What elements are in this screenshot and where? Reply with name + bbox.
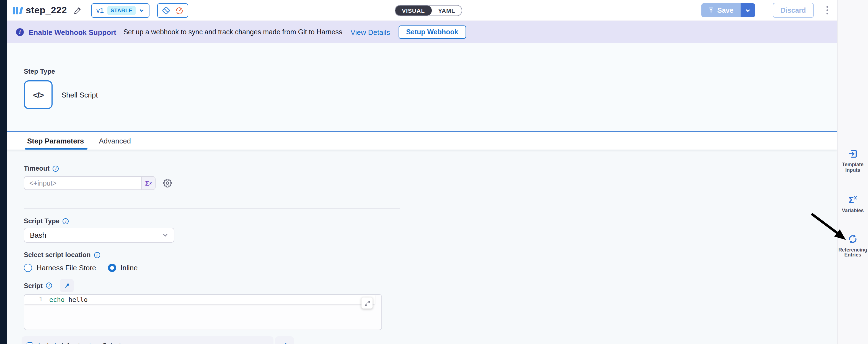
script-type-select[interactable]: Bash (24, 228, 175, 242)
script-type-info-icon[interactable]: i (63, 218, 69, 224)
version-selector[interactable]: v1 STABLE (91, 3, 150, 18)
chevron-down-icon (139, 7, 145, 13)
tab-advanced[interactable]: Advanced (98, 132, 132, 149)
sigma-x-icon: Σx (848, 193, 857, 205)
tab-bar: Step Parameters Advanced (7, 132, 837, 149)
header-bar: step_222 v1 STABLE (7, 0, 837, 21)
script-location-label: Select script location (24, 251, 91, 259)
expression-input-button[interactable]: Σx (141, 177, 155, 190)
save-split-button: Save (702, 3, 755, 17)
entity-status-icons[interactable] (157, 3, 188, 18)
timeout-input[interactable] (24, 176, 156, 190)
save-button[interactable]: Save (702, 3, 740, 17)
save-options-caret[interactable] (740, 3, 755, 17)
step-type-name: Shell Script (61, 91, 98, 99)
discard-button[interactable]: Discard (773, 3, 814, 18)
template-studio-page: step_222 v1 STABLE (0, 0, 868, 344)
include-infra-row[interactable]: Include Infrastructure Selectors (22, 336, 274, 344)
shell-script-icon: </> (24, 80, 53, 109)
editor-scrollbar[interactable] (375, 295, 375, 329)
include-infra-pin-button[interactable] (275, 336, 294, 344)
header-actions: Save Discard (702, 3, 837, 18)
sync-icon (847, 234, 858, 244)
git-sync-icon (162, 6, 171, 15)
timeout-info-icon[interactable]: i (53, 165, 59, 171)
timer-icon (175, 6, 184, 15)
fullscreen-icon (364, 300, 370, 306)
page-title: step_222 (26, 5, 67, 16)
script-label: Script (24, 282, 42, 289)
runtime-input-settings-icon[interactable] (163, 178, 172, 188)
webhook-banner: i Enable Webhook Support Set up a webhoo… (7, 21, 837, 43)
banner-title: Enable Webhook Support (29, 28, 116, 36)
code-keyword: echo (49, 295, 64, 303)
chevron-down-icon (162, 232, 168, 238)
banner-message: Set up a webhook to sync and track chang… (123, 28, 342, 36)
include-infra-checkbox[interactable] (27, 342, 33, 344)
toggle-visual[interactable]: VISUAL (395, 5, 432, 16)
sidebar-item-label: Variables (838, 208, 867, 214)
script-pin-button[interactable] (60, 279, 73, 292)
code-line-1[interactable]: 1 echo hello (24, 295, 375, 304)
left-nav-rail (0, 0, 7, 344)
code-argument: hello (68, 295, 88, 303)
visual-yaml-toggle: VISUAL YAML (395, 5, 463, 16)
line-number: 1 (24, 296, 49, 303)
tab-step-parameters[interactable]: Step Parameters (26, 132, 85, 149)
step-type-section: Step Type </> Shell Script (7, 43, 837, 131)
script-info-icon[interactable]: i (46, 283, 52, 289)
sidebar-item-referencing-entries[interactable]: Referencing Entries (838, 234, 868, 258)
right-drawer-rail: Template Inputs Σx Variables Referencing… (837, 0, 868, 344)
include-infra-label: Include Infrastructure Selectors (38, 342, 130, 344)
script-location-info-icon[interactable]: i (94, 252, 100, 258)
expand-editor-button[interactable] (362, 297, 373, 309)
radio-label-inline: Inline (120, 264, 137, 272)
sidebar-item-variables[interactable]: Σx Variables (838, 193, 868, 214)
script-type-label: Script Type (24, 217, 60, 225)
sidebar-item-label: Template Inputs (838, 162, 867, 173)
sidebar-item-label: Referencing Entries (838, 248, 867, 258)
pin-icon (63, 282, 70, 289)
radio-label-file-store: Harness File Store (36, 264, 96, 272)
sidebar-item-template-inputs[interactable]: Template Inputs (838, 148, 868, 173)
setup-webhook-button[interactable]: Setup Webhook (398, 26, 466, 39)
step-parameters-panel: Timeout i Σx Script Type i (7, 149, 837, 344)
info-icon: i (16, 28, 24, 36)
version-status-badge: STABLE (107, 6, 135, 15)
template-library-icon (13, 6, 22, 15)
pin-icon (281, 342, 288, 344)
edit-name-icon[interactable] (73, 6, 82, 14)
template-inputs-icon (847, 148, 858, 159)
version-label: v1 (96, 6, 104, 15)
upload-icon (708, 7, 714, 13)
toggle-yaml[interactable]: YAML (432, 5, 462, 16)
script-code-editor[interactable]: 1 echo hello (24, 294, 382, 330)
main-column: step_222 v1 STABLE (7, 0, 837, 344)
radio-inline[interactable] (108, 264, 116, 272)
script-type-value: Bash (30, 231, 46, 239)
include-infra-band: Include Infrastructure Selectors (22, 336, 837, 344)
form-divider (24, 208, 400, 209)
timeout-label: Timeout (24, 165, 50, 172)
radio-harness-file-store[interactable] (24, 264, 32, 272)
more-options-icon[interactable] (825, 4, 830, 16)
step-type-label: Step Type (24, 67, 837, 75)
view-details-link[interactable]: View Details (351, 28, 390, 36)
chevron-down-icon (745, 7, 751, 13)
